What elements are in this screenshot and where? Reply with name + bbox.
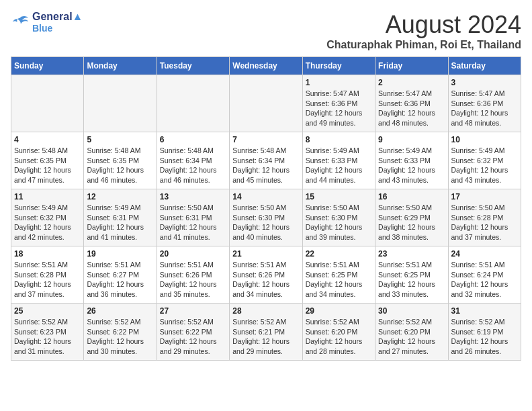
day-number: 15 [306, 192, 372, 201]
calendar-week-row: 25Sunrise: 5:52 AM Sunset: 6:23 PM Dayli… [11, 304, 521, 361]
day-number: 12 [87, 192, 153, 201]
day-number: 30 [378, 306, 445, 316]
weekday-header-saturday: Saturday [448, 57, 521, 75]
calendar-cell: 9Sunrise: 5:49 AM Sunset: 6:33 PM Daylig… [375, 132, 448, 189]
day-info: Sunrise: 5:52 AM Sunset: 6:19 PM Dayligh… [451, 317, 518, 357]
day-number: 13 [160, 192, 226, 201]
calendar-week-row: 4Sunrise: 5:48 AM Sunset: 6:35 PM Daylig… [11, 132, 521, 189]
calendar-week-row: 18Sunrise: 5:51 AM Sunset: 6:28 PM Dayli… [11, 246, 521, 304]
calendar-cell: 20Sunrise: 5:51 AM Sunset: 6:26 PM Dayli… [157, 246, 229, 304]
day-number: 21 [232, 249, 299, 259]
calendar-cell: 10Sunrise: 5:49 AM Sunset: 6:32 PM Dayli… [448, 132, 521, 189]
day-info: Sunrise: 5:51 AM Sunset: 6:25 PM Dayligh… [306, 260, 372, 300]
day-info: Sunrise: 5:51 AM Sunset: 6:24 PM Dayligh… [451, 260, 518, 300]
day-number: 4 [14, 135, 81, 144]
calendar-cell [157, 75, 229, 132]
day-number: 7 [232, 135, 299, 144]
day-number: 24 [451, 249, 518, 259]
calendar-week-row: 11Sunrise: 5:49 AM Sunset: 6:32 PM Dayli… [11, 189, 521, 246]
day-number: 28 [232, 306, 299, 316]
day-info: Sunrise: 5:50 AM Sunset: 6:30 PM Dayligh… [306, 203, 372, 242]
day-number: 10 [451, 135, 518, 144]
day-info: Sunrise: 5:49 AM Sunset: 6:32 PM Dayligh… [14, 203, 81, 242]
day-number: 11 [14, 192, 81, 201]
day-info: Sunrise: 5:51 AM Sunset: 6:27 PM Dayligh… [87, 260, 153, 300]
day-info: Sunrise: 5:49 AM Sunset: 6:32 PM Dayligh… [451, 146, 518, 185]
weekday-header-thursday: Thursday [302, 57, 375, 75]
day-number: 23 [378, 249, 445, 259]
calendar-cell [11, 75, 84, 132]
day-number: 19 [87, 249, 153, 259]
calendar-cell: 28Sunrise: 5:52 AM Sunset: 6:21 PM Dayli… [230, 304, 302, 361]
day-info: Sunrise: 5:52 AM Sunset: 6:20 PM Dayligh… [378, 317, 445, 357]
calendar-cell: 12Sunrise: 5:49 AM Sunset: 6:31 PM Dayli… [84, 189, 157, 246]
day-number: 25 [14, 306, 81, 316]
day-info: Sunrise: 5:52 AM Sunset: 6:21 PM Dayligh… [232, 317, 299, 357]
title-section: August 2024 Chaturaphak Phiman, Roi Et, … [326, 11, 521, 51]
weekday-header-monday: Monday [84, 57, 157, 75]
page-header: General▲ Blue August 2024 Chaturaphak Ph… [11, 11, 521, 51]
day-info: Sunrise: 5:49 AM Sunset: 6:31 PM Dayligh… [87, 203, 153, 242]
calendar-cell: 18Sunrise: 5:51 AM Sunset: 6:28 PM Dayli… [11, 246, 84, 304]
day-number: 16 [378, 192, 445, 201]
day-number: 20 [160, 249, 226, 259]
calendar-cell: 19Sunrise: 5:51 AM Sunset: 6:27 PM Dayli… [84, 246, 157, 304]
day-info: Sunrise: 5:51 AM Sunset: 6:28 PM Dayligh… [14, 260, 81, 300]
day-number: 6 [160, 135, 226, 144]
day-info: Sunrise: 5:47 AM Sunset: 6:36 PM Dayligh… [306, 89, 372, 128]
day-number: 8 [306, 135, 372, 144]
day-info: Sunrise: 5:49 AM Sunset: 6:33 PM Dayligh… [306, 146, 372, 185]
day-info: Sunrise: 5:52 AM Sunset: 6:23 PM Dayligh… [14, 317, 81, 357]
day-number: 18 [14, 249, 81, 259]
calendar-table: SundayMondayTuesdayWednesdayThursdayFrid… [11, 56, 521, 361]
day-info: Sunrise: 5:48 AM Sunset: 6:34 PM Dayligh… [232, 146, 299, 185]
logo-icon [11, 13, 30, 32]
day-info: Sunrise: 5:51 AM Sunset: 6:25 PM Dayligh… [378, 260, 445, 300]
day-number: 31 [451, 306, 518, 316]
logo-text: General▲ Blue [32, 11, 83, 34]
weekday-header-row: SundayMondayTuesdayWednesdayThursdayFrid… [11, 57, 521, 75]
day-info: Sunrise: 5:50 AM Sunset: 6:29 PM Dayligh… [378, 203, 445, 242]
day-number: 29 [306, 306, 372, 316]
day-number: 1 [306, 78, 372, 87]
calendar-cell: 7Sunrise: 5:48 AM Sunset: 6:34 PM Daylig… [230, 132, 302, 189]
day-info: Sunrise: 5:50 AM Sunset: 6:30 PM Dayligh… [232, 203, 299, 242]
calendar-week-row: 1Sunrise: 5:47 AM Sunset: 6:36 PM Daylig… [11, 75, 521, 132]
calendar-cell: 11Sunrise: 5:49 AM Sunset: 6:32 PM Dayli… [11, 189, 84, 246]
calendar-cell: 31Sunrise: 5:52 AM Sunset: 6:19 PM Dayli… [448, 304, 521, 361]
day-number: 14 [232, 192, 299, 201]
day-number: 27 [160, 306, 226, 316]
calendar-cell: 5Sunrise: 5:48 AM Sunset: 6:35 PM Daylig… [84, 132, 157, 189]
day-info: Sunrise: 5:47 AM Sunset: 6:36 PM Dayligh… [378, 89, 445, 128]
calendar-cell: 22Sunrise: 5:51 AM Sunset: 6:25 PM Dayli… [302, 246, 375, 304]
day-info: Sunrise: 5:52 AM Sunset: 6:20 PM Dayligh… [306, 317, 372, 357]
calendar-cell: 17Sunrise: 5:50 AM Sunset: 6:28 PM Dayli… [448, 189, 521, 246]
weekday-header-tuesday: Tuesday [157, 57, 229, 75]
calendar-cell: 15Sunrise: 5:50 AM Sunset: 6:30 PM Dayli… [302, 189, 375, 246]
day-number: 26 [87, 306, 153, 316]
day-info: Sunrise: 5:52 AM Sunset: 6:22 PM Dayligh… [87, 317, 153, 357]
calendar-cell: 21Sunrise: 5:51 AM Sunset: 6:26 PM Dayli… [230, 246, 302, 304]
calendar-cell: 6Sunrise: 5:48 AM Sunset: 6:34 PM Daylig… [157, 132, 229, 189]
day-number: 17 [451, 192, 518, 201]
calendar-cell [84, 75, 157, 132]
day-info: Sunrise: 5:50 AM Sunset: 6:31 PM Dayligh… [160, 203, 226, 242]
weekday-header-friday: Friday [375, 57, 448, 75]
calendar-cell: 13Sunrise: 5:50 AM Sunset: 6:31 PM Dayli… [157, 189, 229, 246]
day-info: Sunrise: 5:51 AM Sunset: 6:26 PM Dayligh… [232, 260, 299, 300]
calendar-cell: 2Sunrise: 5:47 AM Sunset: 6:36 PM Daylig… [375, 75, 448, 132]
day-info: Sunrise: 5:52 AM Sunset: 6:22 PM Dayligh… [160, 317, 226, 357]
calendar-cell: 30Sunrise: 5:52 AM Sunset: 6:20 PM Dayli… [375, 304, 448, 361]
day-number: 9 [378, 135, 445, 144]
day-number: 22 [306, 249, 372, 259]
calendar-cell: 26Sunrise: 5:52 AM Sunset: 6:22 PM Dayli… [84, 304, 157, 361]
calendar-cell: 3Sunrise: 5:47 AM Sunset: 6:36 PM Daylig… [448, 75, 521, 132]
day-info: Sunrise: 5:48 AM Sunset: 6:35 PM Dayligh… [87, 146, 153, 185]
day-info: Sunrise: 5:49 AM Sunset: 6:33 PM Dayligh… [378, 146, 445, 185]
day-info: Sunrise: 5:48 AM Sunset: 6:34 PM Dayligh… [160, 146, 226, 185]
logo: General▲ Blue [11, 11, 83, 34]
day-info: Sunrise: 5:50 AM Sunset: 6:28 PM Dayligh… [451, 203, 518, 242]
calendar-cell: 16Sunrise: 5:50 AM Sunset: 6:29 PM Dayli… [375, 189, 448, 246]
day-number: 5 [87, 135, 153, 144]
month-title: August 2024 [326, 11, 521, 39]
